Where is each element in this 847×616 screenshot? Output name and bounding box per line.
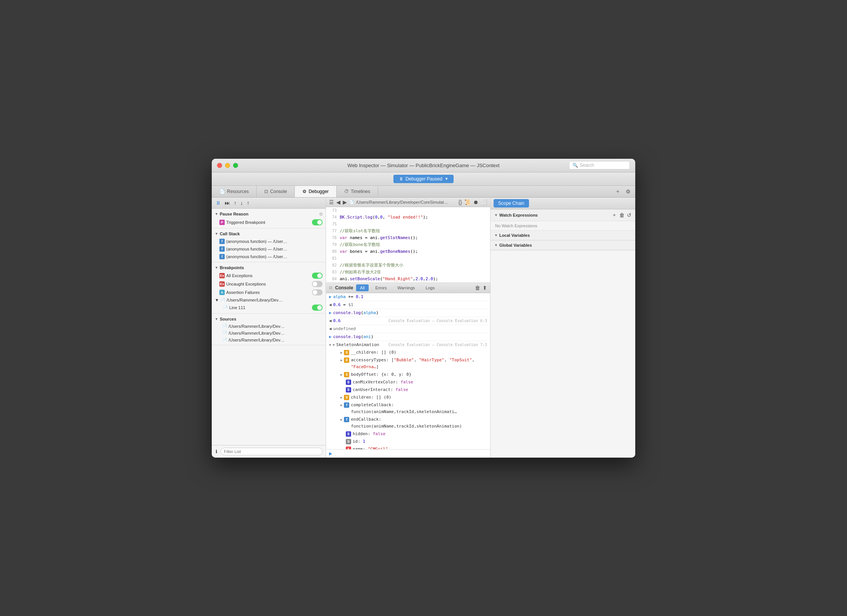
global-variables-header[interactable]: ▼ Global Variables xyxy=(491,241,635,250)
line-toggle[interactable] xyxy=(312,305,323,311)
file-icon: 📄 xyxy=(223,305,228,310)
expand-triangle[interactable]: ▶ xyxy=(340,371,342,378)
step-return-button[interactable]: ↑ xyxy=(246,199,250,207)
bool-icon: B xyxy=(346,431,351,437)
object-icon: O xyxy=(344,372,349,377)
forward-button[interactable]: ▶ xyxy=(343,199,347,205)
debug-button[interactable]: ⏺ xyxy=(473,199,478,205)
add-tab-button[interactable]: ＋ xyxy=(614,187,622,196)
assertion-failures-item[interactable]: A Assertion Failures xyxy=(212,288,326,297)
breakpoints-section: ▼ Breakpoints Ex All Exceptions Ex Uncau… xyxy=(212,262,326,314)
sidebar-toggle-button[interactable]: ☰ xyxy=(329,199,334,205)
console-toolbar: ⊡ Console All Errors Warnings Logs 🗑 ⬆ xyxy=(326,283,490,293)
clear-console-button[interactable]: 🗑 xyxy=(475,285,480,291)
exception-icon: Ex xyxy=(219,273,225,278)
uncaught-exceptions-toggle[interactable] xyxy=(312,281,323,287)
obj-prop-children2: ▶ O children: [] (0) xyxy=(326,394,490,401)
expand-triangle[interactable]: ▶ xyxy=(340,357,342,364)
minimize-button[interactable] xyxy=(225,163,230,168)
tab-all[interactable]: All xyxy=(356,284,368,291)
right-toolbar: Scope Chain xyxy=(491,198,635,209)
tab-timelines[interactable]: ⏱ Timelines xyxy=(337,186,378,197)
all-exceptions-item[interactable]: Ex All Exceptions xyxy=(212,271,326,280)
triggered-breakpoint-item[interactable]: P Triggered Breakpoint xyxy=(212,218,326,227)
sources-header[interactable]: ▼ Sources xyxy=(212,315,326,323)
tab-warnings[interactable]: Warnings xyxy=(394,284,419,291)
call-stack-header[interactable]: ▼ Call Stack xyxy=(212,230,326,238)
collapse-console-button[interactable]: ⬆ xyxy=(483,285,487,291)
code-line-74: 74 BK.Script.log(0,0, "load ended!!"); xyxy=(326,214,490,221)
breakpoint-file-item[interactable]: ▼ 📄 /Users/Rammer/Library/Dev… xyxy=(212,297,326,303)
settings-icon[interactable]: ⚙ xyxy=(624,187,632,196)
tab-debugger[interactable]: ⚙ Debugger xyxy=(295,186,337,197)
input-arrow: ▶ xyxy=(329,334,332,340)
expand-triangle[interactable]: ▶ xyxy=(340,416,342,423)
code-line-78: 78 var names = ani.getSlotNames(); xyxy=(326,235,490,241)
file-icon: 📄 xyxy=(221,298,225,302)
uncaught-exceptions-item[interactable]: Ex Uncaught Exceptions xyxy=(212,280,326,288)
expand-triangle[interactable]: ▶ xyxy=(340,394,342,401)
object-source: Console Evaluation — Console Evaluation … xyxy=(388,342,487,348)
source-item-2[interactable]: 📄 /Users/Rammer/Library/Dev… xyxy=(212,337,326,343)
local-variables-section: ▼ Local Variables xyxy=(491,231,635,241)
file-icon: 📄 xyxy=(222,331,227,335)
breakpoint-line-item[interactable]: 📄 Line 111 xyxy=(212,303,326,312)
obj-prop-endcb: ▶ f endCallback: function(animName,track… xyxy=(326,416,490,430)
info-button[interactable]: ℹ xyxy=(215,448,218,455)
search-icon: 🔍 xyxy=(572,163,578,168)
pause-reason-header[interactable]: ▼ Pause Reason ⊙ xyxy=(212,210,326,218)
exception-icon: Ex xyxy=(219,281,225,287)
object-icon: O xyxy=(344,350,349,355)
refresh-watch-button[interactable]: ↺ xyxy=(627,212,631,219)
add-watch-button[interactable]: ＋ xyxy=(612,212,617,219)
delete-watch-button[interactable]: 🗑 xyxy=(619,212,625,219)
tab-console[interactable]: ⊡ Console xyxy=(257,186,295,197)
call-stack-item-0[interactable]: f (anonymous function) — /User… xyxy=(212,238,326,245)
back-button[interactable]: ◀ xyxy=(336,199,340,205)
collapse-triangle: ▼ xyxy=(494,243,498,247)
pause-reason-section: ▼ Pause Reason ⊙ P Triggered Breakpoint xyxy=(212,209,326,228)
all-exceptions-toggle[interactable] xyxy=(312,273,323,279)
console-input[interactable] xyxy=(334,451,487,456)
function-icon: f xyxy=(344,417,349,422)
assertion-failures-toggle[interactable] xyxy=(312,289,323,295)
maximize-button[interactable] xyxy=(233,163,238,168)
local-variables-header[interactable]: ▼ Local Variables xyxy=(491,231,635,240)
format-button[interactable]: {} xyxy=(459,199,462,205)
console-panel: ⊡ Console All Errors Warnings Logs 🗑 ⬆ ▶ xyxy=(326,282,490,458)
code-line-83: 83 //例如将右手放大2倍 xyxy=(326,269,490,276)
tab-logs[interactable]: Logs xyxy=(422,284,439,291)
expand-triangle-inner[interactable]: ▼ xyxy=(332,342,334,348)
result-arrow: ◀ xyxy=(329,318,332,324)
expand-triangle[interactable]: ▶ xyxy=(340,402,342,409)
filter-input[interactable] xyxy=(221,448,323,455)
scroll-button[interactable]: 📜 xyxy=(464,199,471,205)
scope-chain-button[interactable]: Scope Chain xyxy=(494,199,529,207)
source-item-0[interactable]: 📄 /Users/Rammer/Library/Dev… xyxy=(212,323,326,330)
tab-resources[interactable]: 📄 Resources xyxy=(212,186,257,197)
call-stack-item-1[interactable]: f (anonymous function) — /User… xyxy=(212,245,326,253)
breakpoints-header[interactable]: ▼ Breakpoints xyxy=(212,264,326,271)
debugger-paused-button[interactable]: ⏸ Debugger Paused ▼ xyxy=(393,175,454,183)
close-button[interactable] xyxy=(217,163,222,168)
expand-triangle[interactable]: ▼ xyxy=(329,342,331,348)
split-button[interactable]: ⬜ xyxy=(481,199,487,205)
expand-triangle[interactable]: ▶ xyxy=(340,349,342,356)
filter-bar: ℹ xyxy=(212,445,326,458)
step-over-button[interactable]: ⏭ xyxy=(224,199,231,207)
pause-reason-toggle[interactable] xyxy=(312,219,323,225)
input-arrow: ▶ xyxy=(329,310,332,316)
collapse-triangle: ▼ xyxy=(494,213,498,217)
step-out-button[interactable]: ↓ xyxy=(240,199,244,207)
object-root-row: ▼ ▼ SkeletonAnimation Console Evaluation… xyxy=(326,341,490,349)
pause-button[interactable]: ⏸ xyxy=(215,199,222,207)
chevron-down-icon: ▼ xyxy=(444,177,448,181)
watch-expressions-header[interactable]: ▼ Watch Expressions ＋ 🗑 ↺ xyxy=(491,209,635,221)
tab-errors[interactable]: Errors xyxy=(372,284,391,291)
call-stack-item-2[interactable]: f (anonymous function) — /User… xyxy=(212,253,326,260)
obj-prop-hidden: B hidden: false xyxy=(326,430,490,438)
function-icon: f xyxy=(219,239,225,244)
search-box: 🔍 Search xyxy=(569,161,630,169)
step-into-button[interactable]: ↑ xyxy=(233,199,237,207)
source-item-1[interactable]: 📄 /Users/Rammer/Library/Dev… xyxy=(212,330,326,337)
